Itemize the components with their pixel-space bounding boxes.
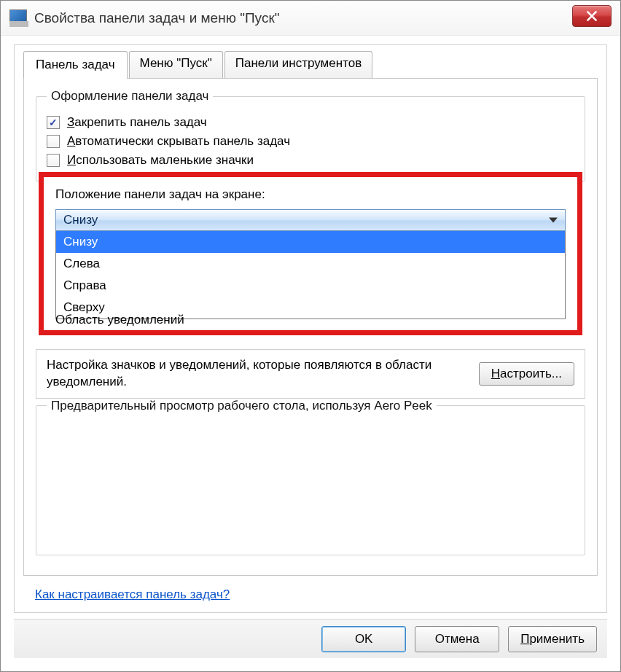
help-link[interactable]: Как настраивается панель задач? (35, 587, 230, 602)
close-button[interactable] (572, 5, 612, 27)
window-title: Свойства панели задач и меню "Пуск" (34, 10, 279, 26)
titlebar: Свойства панели задач и меню "Пуск" (1, 1, 620, 36)
notification-text: Настройка значков и уведомлений, которые… (47, 357, 470, 391)
position-option-left[interactable]: Слева (56, 253, 565, 275)
position-option-bottom[interactable]: Снизу (56, 231, 565, 253)
close-icon (585, 9, 598, 23)
dialog-button-bar: OK Отмена Применить (14, 619, 607, 658)
group-notification-area: Настройка значков и уведомлений, которые… (36, 349, 585, 399)
group-appearance: Оформление панели задач Закрепить панель… (36, 89, 585, 181)
customize-button[interactable]: Настроить... (479, 362, 574, 386)
group-appearance-legend: Оформление панели задач (47, 89, 213, 103)
position-dropdown-list: Снизу Слева Справа Сверху (55, 231, 566, 319)
group-aero-peek: Предварительный просмотр рабочего стола,… (36, 399, 585, 555)
tab-toolbars[interactable]: Панели инструментов (224, 51, 372, 78)
position-label: Положение панели задач на экране: (55, 187, 566, 202)
notification-area-legend: Область уведомлений (55, 313, 184, 327)
position-option-right[interactable]: Справа (56, 275, 565, 297)
cancel-button[interactable]: Отмена (415, 626, 499, 652)
checkbox-lock-row[interactable]: Закрепить панель задач (47, 115, 574, 130)
highlighted-position-section: Положение панели задач на экране: Снизу … (39, 172, 582, 335)
chevron-down-icon (549, 218, 558, 223)
checkbox-autohide[interactable] (47, 135, 60, 148)
client-area: Панель задач Меню "Пуск" Панели инструме… (14, 44, 607, 613)
dialog-window: Свойства панели задач и меню "Пуск" Пане… (0, 0, 621, 672)
group-aero-peek-legend: Предварительный просмотр рабочего стола,… (47, 399, 437, 413)
checkbox-autohide-row[interactable]: Автоматически скрывать панель задач (47, 134, 574, 149)
ok-button[interactable]: OK (321, 626, 406, 652)
checkbox-small-icons[interactable] (47, 154, 60, 167)
checkbox-small-icons-label: Использовать маленькие значки (67, 153, 254, 168)
tab-panel-taskbar: Оформление панели задач Закрепить панель… (23, 78, 598, 576)
checkbox-autohide-label: Автоматически скрывать панель задач (67, 134, 290, 149)
tab-start-menu[interactable]: Меню "Пуск" (129, 51, 223, 78)
apply-button[interactable]: Применить (508, 626, 597, 652)
position-selected-value: Снизу (63, 213, 98, 227)
checkbox-lock-label: Закрепить панель задач (67, 115, 207, 130)
checkbox-lock[interactable] (47, 116, 60, 129)
position-combobox[interactable]: Снизу (55, 209, 566, 231)
tab-taskbar[interactable]: Панель задач (23, 51, 128, 78)
checkbox-small-icons-row[interactable]: Использовать маленькие значки (47, 153, 574, 168)
app-icon (9, 9, 27, 27)
tab-strip: Панель задач Меню "Пуск" Панели инструме… (23, 51, 374, 78)
